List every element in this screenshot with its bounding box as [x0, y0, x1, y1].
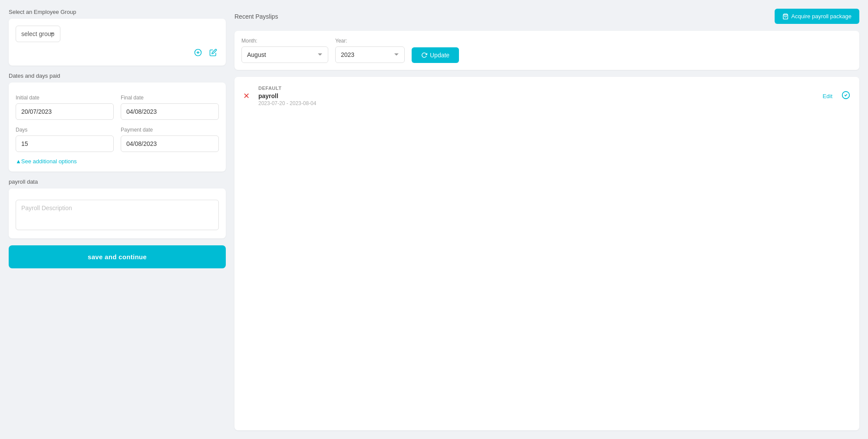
refresh-icon: [421, 52, 427, 58]
save-continue-button[interactable]: save and continue: [9, 245, 226, 268]
payroll-type-badge: DEFAULT: [258, 86, 814, 91]
dates-section-label: Dates and days paid: [9, 73, 226, 79]
employee-group-section: Select an Employee Group select group Gr…: [9, 9, 226, 66]
final-date-label: Final date: [121, 95, 219, 101]
month-select[interactable]: January February March April May June Ju…: [241, 46, 328, 63]
year-select[interactable]: 2021 2022 2023 2024: [335, 46, 405, 63]
delete-icon[interactable]: ✕: [243, 91, 250, 101]
month-filter-label: Month:: [241, 38, 328, 44]
group-select[interactable]: select group Group A Group B: [16, 26, 60, 42]
table-row: ✕ DEFAULT payroll 2023-07-20 - 2023-08-0…: [234, 77, 859, 115]
employee-group-card: select group Group A Group B: [9, 19, 226, 66]
group-action-icons: [16, 46, 219, 59]
payroll-data-label: payroll data: [9, 178, 226, 185]
final-date-input[interactable]: [121, 103, 219, 120]
payroll-list: ✕ DEFAULT payroll 2023-07-20 - 2023-08-0…: [234, 77, 859, 430]
payroll-data-section-wrapper: payroll data: [9, 178, 226, 238]
year-filter-label: Year:: [335, 38, 405, 44]
cart-icon: [782, 13, 789, 20]
update-btn-label: Update: [430, 52, 449, 59]
initial-date-field: Initial date: [16, 95, 114, 120]
month-filter-group: Month: January February March April May …: [241, 38, 328, 63]
payroll-data-card: [9, 188, 226, 238]
payroll-description-input[interactable]: [16, 200, 219, 230]
initial-date-label: Initial date: [16, 95, 114, 101]
payroll-dates: 2023-07-20 - 2023-08-04: [258, 100, 814, 106]
final-date-field: Final date: [121, 95, 219, 120]
payment-date-label: Payment date: [121, 127, 219, 133]
edit-pencil-icon: [209, 49, 217, 56]
update-button[interactable]: Update: [412, 47, 459, 63]
check-circle-icon[interactable]: [841, 90, 851, 102]
initial-date-input[interactable]: [16, 103, 114, 120]
see-additional-options-link[interactable]: ▲See additional options: [16, 158, 77, 165]
add-group-button[interactable]: [192, 46, 204, 59]
edit-payroll-link[interactable]: Edit: [823, 93, 832, 99]
recent-payslips-title: Recent Payslips: [234, 13, 278, 20]
right-panel: Recent Payslips Acquire payroll package …: [234, 9, 859, 430]
acquire-payroll-button[interactable]: Acquire payroll package: [775, 9, 859, 24]
payment-date-input[interactable]: [121, 135, 219, 152]
edit-group-button[interactable]: [208, 46, 219, 59]
left-panel: Select an Employee Group select group Gr…: [9, 9, 226, 430]
circle-plus-icon: [194, 48, 202, 57]
dates-section: Dates and days paid Initial date Final d…: [9, 73, 226, 172]
payroll-name: payroll: [258, 92, 814, 99]
payroll-info: DEFAULT payroll 2023-07-20 - 2023-08-04: [258, 86, 814, 106]
days-label: Days: [16, 127, 114, 133]
employee-group-label: Select an Employee Group: [9, 9, 226, 15]
days-field: Days: [16, 127, 114, 152]
dates-card: Initial date Final date Days Payment dat…: [9, 83, 226, 172]
year-filter-group: Year: 2021 2022 2023 2024: [335, 38, 405, 63]
filter-row: Month: January February March April May …: [234, 31, 859, 70]
days-input[interactable]: [16, 135, 114, 152]
right-header: Recent Payslips Acquire payroll package: [234, 9, 859, 24]
dates-grid: Initial date Final date Days Payment dat…: [16, 95, 219, 152]
acquire-btn-label: Acquire payroll package: [791, 13, 851, 20]
payment-date-field: Payment date: [121, 127, 219, 152]
